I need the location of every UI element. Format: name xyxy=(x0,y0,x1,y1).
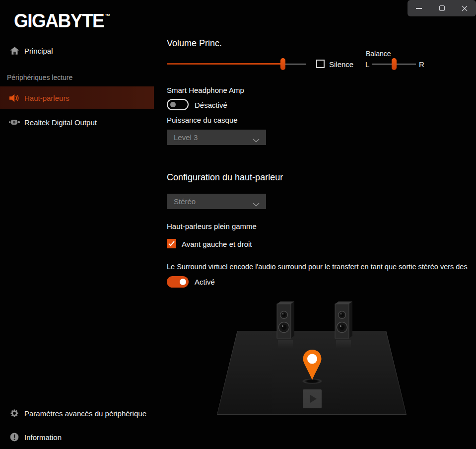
mute-checkbox[interactable] xyxy=(316,60,325,68)
balance-left-label: L xyxy=(365,60,369,69)
chevron-down-icon xyxy=(253,136,260,145)
sidebar-item-speakers[interactable]: Haut-parleurs xyxy=(0,86,154,109)
virtual-surround-description: Le Surround virtuel encode l'audio surro… xyxy=(167,263,476,271)
sidebar-item-advanced-settings[interactable]: Paramètres avancés du périphérique xyxy=(0,404,154,422)
speaker-config-title: Configuration du haut-parleur xyxy=(167,172,283,183)
check-icon xyxy=(168,241,175,246)
optical-output-icon xyxy=(8,118,21,126)
chevron-down-icon xyxy=(253,200,260,209)
gear-icon xyxy=(8,408,21,418)
dropdown-value: Level 3 xyxy=(174,130,198,145)
sidebar-item-realtek-digital-output[interactable]: Realtek Digital Output xyxy=(0,113,154,131)
maximize-icon xyxy=(439,5,445,11)
minimize-button[interactable] xyxy=(410,2,427,15)
front-pair-checkbox[interactable] xyxy=(167,239,176,248)
balance-slider[interactable] xyxy=(372,58,416,70)
playback-devices-section-label: Périphériques lecture xyxy=(7,74,72,81)
right-speaker-image xyxy=(334,300,355,340)
headphone-amp-label: Smart Headphone Amp xyxy=(167,86,244,94)
sidebar-item-label: Principal xyxy=(24,47,53,55)
balance-label: Balance xyxy=(366,50,391,58)
window-controls xyxy=(408,0,476,16)
app-window: GIGABYTE™ Principal Périphériques lectur… xyxy=(0,0,476,449)
sidebar-item-information[interactable]: Information xyxy=(0,428,154,446)
right-speaker-reflection xyxy=(336,340,351,348)
volume-track-fill xyxy=(167,63,283,65)
headphone-power-label: Puissance du casque xyxy=(167,116,238,124)
listener-position-pin[interactable] xyxy=(302,349,322,381)
full-range-label: Haut-parleurs plein gamme xyxy=(167,222,257,230)
master-volume-slider[interactable] xyxy=(167,58,306,70)
toggle-knob xyxy=(170,102,176,107)
speaker-icon xyxy=(8,93,21,103)
balance-right-label: R xyxy=(419,60,424,69)
gigabyte-logo: GIGABYTE™ xyxy=(14,10,110,32)
toggle-knob xyxy=(180,279,186,285)
virtual-surround-toggle[interactable] xyxy=(167,276,189,288)
info-icon xyxy=(8,433,21,442)
headphone-amp-toggle[interactable] xyxy=(167,99,189,110)
sidebar-item-principal[interactable]: Principal xyxy=(0,42,154,60)
mute-label: Silence xyxy=(329,60,353,69)
close-button[interactable] xyxy=(456,2,473,15)
virtual-surround-state-label: Activé xyxy=(195,278,215,286)
left-speaker-image xyxy=(276,300,297,340)
volume-section-title: Volume Princ. xyxy=(167,38,222,49)
sidebar-item-label: Paramètres avancés du périphérique xyxy=(24,409,146,418)
sidebar-item-label: Realtek Digital Output xyxy=(24,118,97,127)
balance-thumb[interactable] xyxy=(392,58,397,70)
minimize-icon xyxy=(416,8,422,9)
close-icon xyxy=(462,5,468,11)
headphone-power-dropdown[interactable]: Level 3 xyxy=(167,130,266,145)
sidebar-item-label: Information xyxy=(24,433,62,442)
headphone-amp-state-label: Désactivé xyxy=(195,101,227,109)
front-pair-label: Avant gauche et droit xyxy=(182,240,252,248)
left-speaker-reflection xyxy=(278,340,293,348)
test-play-button[interactable] xyxy=(303,389,322,408)
sidebar-item-label: Haut-parleurs xyxy=(24,94,69,102)
dropdown-value: Stéréo xyxy=(174,194,196,209)
home-icon xyxy=(8,46,21,55)
volume-thumb[interactable] xyxy=(280,58,285,70)
speaker-mode-dropdown[interactable]: Stéréo xyxy=(167,194,266,209)
play-icon xyxy=(310,395,317,403)
maximize-button[interactable] xyxy=(433,2,450,15)
